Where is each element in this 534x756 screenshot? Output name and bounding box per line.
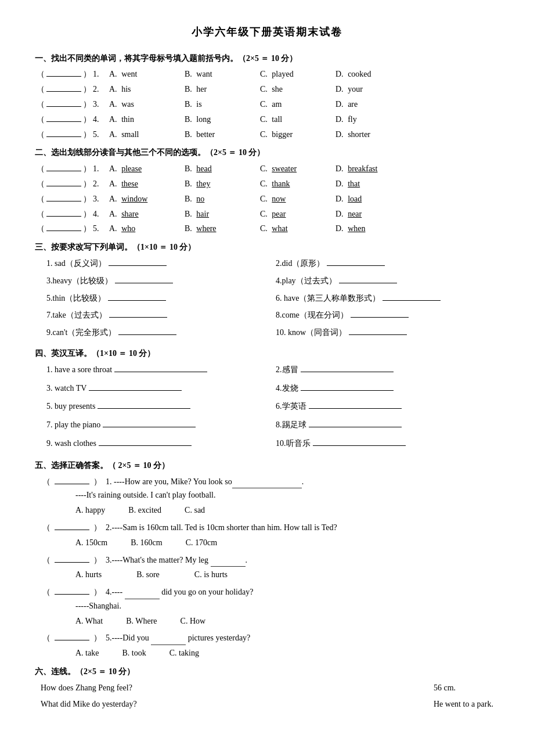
section1-questions: （） 1. A. went B. want C. played D. cooke… bbox=[35, 67, 499, 141]
section4-header: 四、英汉互译。（1×10 ＝ 10 分） bbox=[35, 347, 499, 361]
s4-q6: 6.学英语 bbox=[276, 399, 499, 413]
s4-q10: 10.听音乐 bbox=[276, 437, 499, 451]
s1-q5: （） 5. A. small B. better C. bigger D. sh… bbox=[35, 128, 499, 142]
s2-q3: （） 3. A. window B. no C. now D. load bbox=[35, 192, 499, 206]
s3-q9: 9.can't（完全形式） bbox=[46, 326, 270, 340]
section6-header: 六、连线。（2×5 ＝ 10 分） bbox=[35, 665, 499, 679]
section3-questions: 1. sad（反义词） 2.did（原形） 3.heavy（比较级） 4.pla… bbox=[46, 257, 499, 342]
s3-q1: 1. sad（反义词） bbox=[46, 257, 270, 271]
section5-header: 五、选择正确答案。（ 2×5 ＝ 10 分） bbox=[35, 459, 499, 473]
s4-q7: 7. play the piano bbox=[46, 418, 270, 432]
s5-q1: （） 1. ----How are you, Mike? You look so… bbox=[41, 475, 499, 517]
s5-q3: （） 3.----What's the matter? My leg . A. … bbox=[41, 553, 499, 582]
s1-q4: （） 4. A. thin B. long C. tall D. fly bbox=[35, 113, 499, 127]
section6-right: 56 cm. He went to a park. bbox=[434, 681, 493, 714]
section4-questions: 1. have a sore throat 2.感冒 3. watch TV 4… bbox=[46, 363, 499, 454]
s4-q2: 2.感冒 bbox=[276, 363, 499, 377]
s4-q5: 5. buy presents bbox=[46, 399, 270, 413]
s4-q4: 4.发烧 bbox=[276, 381, 499, 395]
section6-content: How does Zhang Peng feel? What did Mike … bbox=[35, 681, 499, 714]
s1-q2: （） 2. A. his B. her C. she D. your bbox=[35, 82, 499, 96]
section1-header: 一、找出不同类的单词，将其字母标号填入题前括号内。（2×5 ＝ 10 分） bbox=[35, 52, 499, 66]
s1-q1: （） 1. A. went B. want C. played D. cooke… bbox=[35, 67, 499, 81]
s2-q4: （） 4. A. share B. hair C. pear D. near bbox=[35, 207, 499, 221]
s3-q2: 2.did（原形） bbox=[276, 257, 499, 271]
s3-q10: 10. know（同音词） bbox=[276, 326, 499, 340]
s3-q7: 7.take（过去式） bbox=[46, 308, 270, 322]
s5-q2: （） 2.----Sam is 160cm tall. Ted is 10cm … bbox=[41, 521, 499, 550]
section5-questions: （） 1. ----How are you, Mike? You look so… bbox=[35, 475, 499, 661]
s6-left-2: What did Mike do yesterday? bbox=[41, 697, 137, 711]
s4-q3: 3. watch TV bbox=[46, 381, 270, 395]
s3-q8: 8.come（现在分词） bbox=[276, 308, 499, 322]
s3-q4: 4.play（过去式） bbox=[276, 274, 499, 288]
section2-questions: （） 1. A. please B. head C. sweater D. br… bbox=[35, 162, 499, 236]
s5-q4: （） 4.---- did you go on your holiday? --… bbox=[41, 585, 499, 628]
s3-q3: 3.heavy（比较级） bbox=[46, 274, 270, 288]
s1-q3: （） 3. A. was B. is C. am D. are bbox=[35, 98, 499, 111]
s6-right-1: 56 cm. bbox=[434, 681, 493, 695]
s3-q6: 6. have（第三人称单数形式） bbox=[276, 291, 499, 305]
s4-q1: 1. have a sore throat bbox=[46, 363, 270, 377]
s4-q8: 8.踢足球 bbox=[276, 418, 499, 432]
s6-right-2: He went to a park. bbox=[434, 697, 493, 711]
section3-header: 三、按要求改写下列单词。（1×10 ＝ 10 分） bbox=[35, 240, 499, 254]
s2-q2: （） 2. A. these B. they C. thank D. that bbox=[35, 177, 499, 191]
s2-q5: （） 5. A. who B. where C. what D. when bbox=[35, 222, 499, 236]
page-title: 小学六年级下册英语期末试卷 bbox=[35, 23, 499, 41]
section6-left: How does Zhang Peng feel? What did Mike … bbox=[41, 681, 137, 714]
s6-left-1: How does Zhang Peng feel? bbox=[41, 681, 137, 695]
s2-q1: （） 1. A. please B. head C. sweater D. br… bbox=[35, 162, 499, 176]
s4-q9: 9. wash clothes bbox=[46, 437, 270, 451]
s3-q5: 5.thin（比较级） bbox=[46, 291, 270, 305]
s5-q5: （） 5.----Did you pictures yesterday? A. … bbox=[41, 631, 499, 660]
section2-header: 二、选出划线部分读音与其他三个不同的选项。（2×5 ＝ 10 分） bbox=[35, 146, 499, 160]
